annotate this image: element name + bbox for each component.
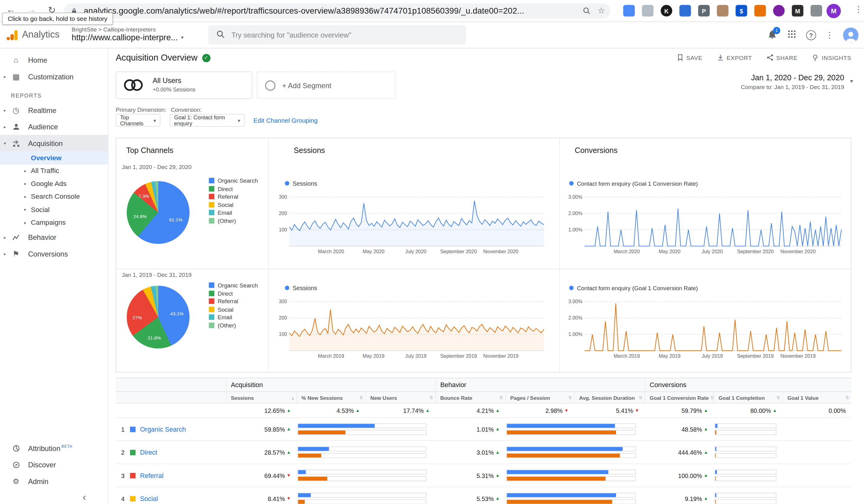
segment-subtitle: +0.00% Sessions [153, 86, 195, 93]
metric-value: 100.00%▲ [645, 464, 713, 487]
sort-icon[interactable]: ⇅ [568, 395, 572, 400]
extension-icon[interactable] [680, 5, 691, 16]
group-header-cell [116, 378, 226, 392]
sort-icon[interactable]: ⇅ [360, 395, 363, 400]
extension-icon[interactable] [623, 5, 635, 16]
column-header--new-sessions[interactable]: % New Sessions⇅ [297, 392, 365, 403]
bar-fill [715, 430, 716, 434]
channel-link[interactable]: Organic Search [140, 425, 186, 433]
zoom-icon[interactable] [583, 7, 590, 17]
up-arrow-icon: ▲ [704, 496, 708, 501]
sidebar-item-social[interactable]: ▸ Social [0, 203, 108, 216]
sort-icon[interactable]: ⇅ [639, 395, 643, 400]
extension-icon[interactable] [717, 5, 729, 16]
header-menu-icon[interactable]: ⋮ [826, 30, 834, 40]
metric-text: 100.00% [678, 472, 702, 479]
column-header-goal-1-conversion-rate[interactable]: Goal 1 Conversion Rate⇅ [645, 392, 713, 403]
share-button[interactable]: SHARE [766, 54, 797, 61]
sidebar-item-overview[interactable]: Overview [0, 151, 108, 164]
sidebar-item-acquisition[interactable]: ▾ Acquisition [0, 135, 108, 151]
channel-link[interactable]: Direct [140, 448, 157, 456]
sidebar-item-discover[interactable]: Discover [0, 456, 107, 473]
search-bar[interactable] [208, 25, 466, 45]
bar-fill [507, 477, 606, 481]
column-header-pages-session[interactable]: Pages / Session⇅ [505, 392, 574, 403]
sort-icon[interactable]: ⇅ [710, 395, 713, 400]
conversion-dropdown[interactable]: Goal 1: Contact form enquiry ▾ [170, 114, 245, 127]
primary-dimension-dropdown[interactable]: Top Channels ▾ [116, 114, 160, 127]
up-arrow-icon: ▲ [287, 450, 291, 455]
sidebar-item-home[interactable]: ⌂ Home [0, 52, 108, 69]
legend-swatch [209, 291, 214, 296]
column-header-bounce-rate[interactable]: Bounce Rate⇅ [435, 392, 505, 403]
extension-icon[interactable]: P [698, 5, 710, 16]
sidebar-collapse-button[interactable]: ‹ [83, 492, 86, 503]
extension-icon[interactable]: $ [735, 5, 747, 16]
sort-icon[interactable]: ⇅ [499, 395, 503, 400]
apps-grid-icon[interactable] [787, 29, 797, 41]
sidebar-label: Realtime [28, 106, 56, 114]
column-header-new-users[interactable]: New Users⇅ [365, 392, 435, 403]
expand-icon: ▸ [24, 181, 26, 186]
sidebar-item-all-traffic[interactable]: ▸ All Traffic [0, 164, 108, 177]
column-header-goal-1-completion[interactable]: Goal 1 Completion⇅ [713, 392, 782, 403]
sidebar-item-behavior[interactable]: ▸ Behavior [0, 229, 108, 246]
metric-text: 4.21% [477, 407, 494, 414]
sidebar-item-audience[interactable]: ▸ Audience [0, 119, 108, 135]
extension-icon[interactable] [642, 5, 653, 16]
insights-button[interactable]: INSIGHTS [812, 54, 851, 61]
up-arrow-icon: ▲ [704, 450, 708, 455]
sidebar-item-customization[interactable]: ▸ ▦ Customization [0, 68, 108, 85]
sort-icon[interactable]: ⇅ [429, 395, 433, 400]
channels-pie-previous[interactable]: 43.1%21.8%27% [127, 286, 190, 348]
channels-pie-current[interactable]: 61.1%24.8%7.3% [127, 181, 190, 244]
add-segment-circle-icon [265, 80, 276, 90]
segment-chip-all-users[interactable]: All Users +0.00% Sessions [116, 72, 253, 99]
channel-link[interactable]: Referral [140, 471, 164, 479]
column-header-goal-1-value[interactable]: Goal 1 Value⇅ [782, 392, 851, 403]
sidebar-item-attribution[interactable]: AttributionBETA [0, 440, 107, 456]
sidebar-item-campaigns[interactable]: ▸ Campaigns [0, 216, 108, 229]
extension-icon[interactable] [754, 5, 766, 16]
sort-icon[interactable]: ⇅ [777, 395, 780, 400]
bar-fill [507, 430, 616, 434]
property-selector[interactable]: http://www.calliope-interpre... ▾ [72, 33, 183, 42]
sidebar-item-google-ads[interactable]: ▸ Google Ads [0, 177, 108, 190]
channel-link[interactable]: Social [140, 495, 158, 502]
bookmark-star-icon[interactable]: ☆ [598, 5, 605, 15]
extension-icon[interactable]: K [661, 5, 672, 16]
date-range-caret-icon[interactable]: ▾ [850, 78, 853, 84]
address-bar[interactable]: analytics.google.com/analytics/web/#/rep… [64, 3, 611, 19]
search-input[interactable] [231, 31, 441, 39]
add-segment-button[interactable]: + Add Segment [257, 72, 396, 99]
extension-icon[interactable] [811, 5, 822, 16]
metric-text: 5.53% [477, 495, 494, 502]
browser-menu-icon[interactable]: ⋮ [852, 4, 864, 14]
browser-profile-avatar[interactable]: M [826, 4, 841, 18]
chevron-down-icon: ▾ [153, 118, 156, 123]
extension-icon[interactable]: M [792, 5, 803, 16]
breadcrumb[interactable]: BrightSite > Calliope-Interpreters [72, 26, 156, 33]
bar-outline [298, 453, 427, 458]
account-avatar[interactable] [843, 27, 859, 43]
column-header-sessions[interactable]: Sessions↓ [226, 392, 297, 403]
sort-icon[interactable]: ⇅ [845, 395, 849, 400]
notifications-bell-icon[interactable]: 1 [767, 29, 778, 41]
series-dot-icon [285, 181, 289, 186]
sidebar-item-admin[interactable]: ⚙ Admin [0, 473, 107, 490]
sidebar-item-realtime[interactable]: ▸ ◷ Realtime [0, 102, 108, 119]
edit-channel-grouping-link[interactable]: Edit Channel Grouping [253, 117, 317, 124]
sidebar-item-conversions[interactable]: ▸ ⚑ Conversions [0, 246, 108, 262]
sidebar-label: Google Ads [31, 180, 67, 187]
date-range-selector[interactable]: Jan 1, 2020 - Dec 29, 2020 Compare to: J… [741, 73, 844, 90]
export-button[interactable]: EXPORT [717, 54, 752, 61]
chevron-down-icon: ▾ [181, 35, 183, 40]
sort-icon[interactable]: ↓ [292, 394, 295, 401]
sidebar-item-search-console[interactable]: ▸ Search Console [0, 190, 108, 203]
help-icon[interactable]: ? [806, 30, 816, 40]
analytics-logo[interactable] [5, 29, 19, 44]
column-header-avg-session-duration[interactable]: Avg. Session Duration⇅ [574, 392, 645, 403]
extension-icon[interactable] [773, 5, 784, 16]
save-button[interactable]: SAVE [676, 54, 703, 61]
bar-outline [298, 423, 427, 428]
